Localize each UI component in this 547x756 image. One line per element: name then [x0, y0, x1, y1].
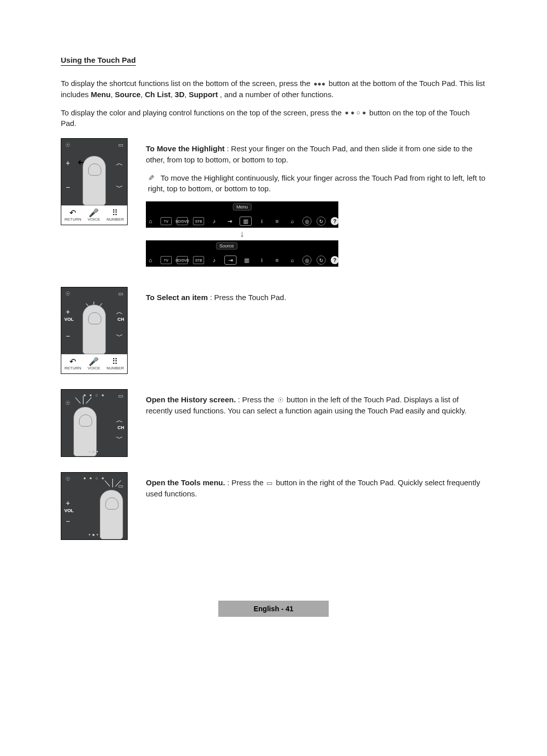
menu-label: Menu: [91, 90, 110, 99]
chevron-up-icon: ︿: [116, 416, 123, 425]
search-icon: ⌕: [287, 257, 297, 264]
text: : Press the: [238, 395, 277, 404]
chevron-up-icon: ︿: [116, 159, 123, 168]
section-heading: Using the Touch Pad: [61, 56, 136, 66]
tv-icon: TV: [161, 256, 172, 264]
ch-label: CH: [118, 317, 124, 322]
bottom-dots-icon: •●•: [89, 449, 100, 454]
smarthub-icon: ⌂: [145, 257, 155, 264]
intro-paragraph-2: To display the color and playing control…: [61, 107, 486, 130]
history-icon: ☉: [65, 142, 70, 148]
return-icon: ↶: [64, 358, 81, 366]
bddvd-icon: BD/DVD: [177, 256, 188, 264]
info-icon: i: [257, 218, 267, 225]
intro-paragraph-1: To display the shortcut functions list o…: [61, 78, 486, 100]
locate-icon: ◎: [302, 217, 311, 226]
voice-button: 🎤VOICE: [88, 358, 100, 370]
source-icon: ⇥: [224, 218, 235, 225]
text: : Press the Touch Pad.: [210, 293, 286, 302]
chevron-up-icon: ︿: [116, 308, 123, 317]
history-paragraph: Open the History screen. : Press the ☉ b…: [146, 394, 486, 416]
number-text: NUMBER: [106, 366, 124, 370]
plus-icon: +: [66, 499, 70, 507]
vol-label: VOL: [64, 317, 74, 322]
voice-icon: 🎤: [88, 358, 100, 366]
source-icon-selected: ⇥: [224, 256, 237, 265]
arrow-down-icon: ↓: [146, 228, 338, 240]
minus-icon: −: [66, 183, 70, 191]
tools-icon: ▭: [118, 290, 123, 297]
finger-icon: [83, 305, 106, 354]
refresh-icon: ↻: [317, 217, 326, 226]
history-button-icon: ☉: [277, 396, 285, 405]
move-highlight-note: To move the Highlight continuously, flic…: [146, 173, 486, 195]
text: To display the shortcut functions list o…: [61, 79, 312, 88]
tools-paragraph: Open the Tools menu. : Press the ▭ butto…: [146, 477, 486, 499]
page-number: English - 41: [218, 601, 329, 617]
history-icon: ☉: [65, 290, 70, 297]
select-item-paragraph: To Select an item : Press the Touch Pad.: [146, 292, 486, 303]
history-title: Open the History screen.: [146, 395, 236, 404]
history-icon: ☉: [65, 400, 70, 406]
chlist-icon: ≡: [272, 257, 282, 264]
number-icon: ⠿: [106, 209, 124, 217]
select-item-title: To Select an item: [146, 293, 208, 302]
smarthub-icon: ⌂: [145, 218, 155, 225]
plus-icon: +: [66, 308, 70, 316]
stb-icon: STB: [193, 217, 204, 225]
help-icon: ?: [331, 217, 339, 225]
tools-icon: ▭: [118, 393, 123, 399]
minus-icon: −: [66, 517, 70, 525]
chevron-down-icon: ﹀: [116, 434, 123, 443]
chlist-label: Ch List: [145, 90, 171, 99]
source-label: Source: [115, 90, 141, 99]
color-control-button-icon: ● ● ○ ●: [344, 108, 367, 118]
voice-text: VOICE: [88, 217, 100, 222]
bottom-dots-icon: •●•: [89, 532, 100, 537]
note-icon: [148, 174, 159, 182]
text: To display the color and playing control…: [61, 108, 344, 117]
search-icon: ⌕: [287, 218, 297, 225]
shortcut-bar-menu: Menu ⌂ TV BD/DVD STB ♪ ⇥ ▥ i ≡ ⌕ ◎ ↻: [146, 201, 338, 267]
menu-icon: ▥: [242, 257, 252, 264]
menu-icon-selected: ▥: [240, 217, 252, 226]
refresh-icon: ↻: [317, 256, 326, 265]
toolbar-label-source: Source: [216, 242, 238, 249]
tap-indicator-icon: ＼│／: [103, 479, 123, 489]
locate-icon: ◎: [302, 256, 311, 265]
vol-label: VOL: [64, 508, 74, 513]
chevron-down-icon: ﹀: [116, 183, 123, 192]
number-button: ⠿NUMBER: [106, 358, 124, 370]
move-highlight-title: To Move the Highlight: [146, 144, 225, 153]
touchpad-illustration-history: ● ● ○ ● ☉ ▭ ︿ CH ﹀ ＼│／ •●•: [61, 389, 128, 457]
tools-button-icon: ▭: [265, 479, 274, 488]
touchpad-illustration-tools: ● ● ○ ● ☉ ▭ + VOL − ＼│／ •●•: [61, 472, 128, 540]
move-highlight-paragraph: To Move the Highlight : Rest your finger…: [146, 143, 486, 165]
history-icon: ☉: [65, 476, 70, 482]
text: : Press the: [227, 478, 266, 487]
finger-icon: [83, 156, 106, 205]
tools-title: Open the Tools menu.: [146, 478, 225, 487]
tools-icon: ▭: [118, 142, 123, 148]
return-button: ↶RETURN: [64, 358, 81, 370]
tv-icon: TV: [161, 217, 172, 225]
audio-icon: ♪: [209, 218, 219, 225]
stb-icon: STB: [193, 256, 204, 264]
bddvd-icon: BD/DVD: [177, 217, 188, 225]
help-icon: ?: [331, 256, 339, 264]
toolbar-label-menu: Menu: [233, 203, 252, 211]
audio-icon: ♪: [209, 257, 219, 264]
support-label: Support: [189, 90, 218, 99]
tap-indicator-icon: ＼│／: [73, 396, 94, 406]
voice-text: VOICE: [88, 366, 100, 370]
number-button: ⠿NUMBER: [106, 209, 124, 222]
return-text: RETURN: [64, 366, 81, 370]
number-icon: ⠿: [106, 358, 124, 366]
plus-icon: +: [66, 159, 70, 167]
minus-icon: −: [66, 332, 70, 340]
return-icon: ↶: [64, 209, 81, 217]
info-icon: i: [257, 257, 267, 264]
text: , and a number of other functions.: [220, 90, 333, 99]
three-d-label: 3D: [175, 90, 184, 99]
touchpad-illustration-move: ☉ ▭ + − ︿ ﹀ VOL CH ↶RETURN 🎤VOICE ⠿NUMBE…: [61, 138, 128, 225]
